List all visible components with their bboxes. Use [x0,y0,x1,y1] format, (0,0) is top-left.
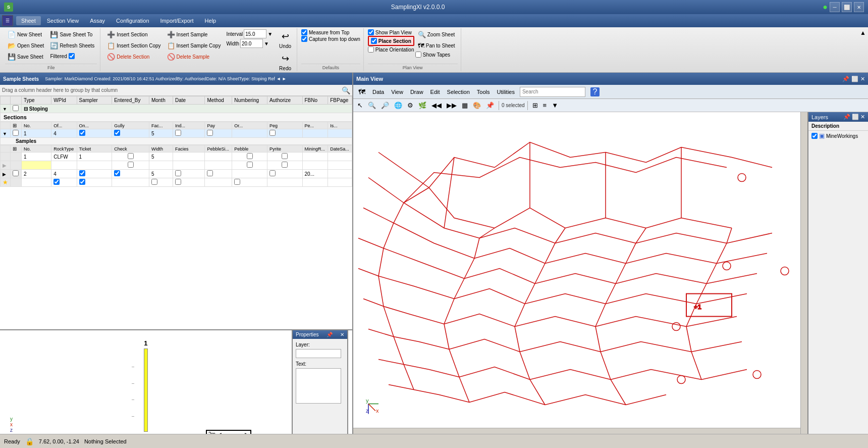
plan-help-icon[interactable]: ? [590,87,600,96]
layers-pin[interactable]: 📌 [843,114,850,120]
layers-close[interactable]: ✕ [860,114,865,120]
sample-row-new[interactable]: ▶ [1,161,352,170]
minimize-button[interactable]: ─ [830,2,840,12]
menu-view[interactable]: View [389,87,405,96]
col-date[interactable]: Date [173,96,205,105]
menu-item-section-view[interactable]: Section View [42,16,84,25]
menu-item-configuration[interactable]: Configuration [111,16,154,25]
col-entered-by[interactable]: Entered_By [112,96,149,105]
grid-container[interactable]: Type WPId Sampler Entered_By Month Date … [0,96,352,329]
menu-item-sheet[interactable]: Sheet [16,16,41,25]
refresh-sheets-button[interactable]: 🔄 Refresh Sheets [47,40,97,51]
restore-button[interactable]: ⬜ [842,2,852,12]
save-sheet-to-button[interactable]: 💾 Save Sheet To [47,29,97,40]
plan-search-input[interactable] [520,87,585,97]
col-sampler[interactable]: Sampler [77,96,112,105]
insert-sample-copy-button[interactable]: 📋 Insert Sample Copy [165,40,224,51]
layer-visible-checkbox[interactable] [811,133,818,139]
insert-sample-button[interactable]: ➕ Insert Sample [165,29,224,40]
col-fbpage[interactable]: FBPage [328,96,352,105]
insert-section-button[interactable]: ➕ Insert Section [104,29,163,40]
col-wpid[interactable]: WPId [51,96,77,105]
tool-select[interactable]: ↖ [355,100,365,111]
tool-prev[interactable]: ◀◀ [429,100,444,111]
title-bar-controls: ● ─ ⬜ ✕ [823,2,864,12]
col-method[interactable]: Method [205,96,232,105]
menu-edit[interactable]: Edit [428,87,442,96]
tool-pin[interactable]: 📌 [484,100,496,111]
filtered-toggle[interactable]: Filtered [47,52,97,61]
close-button[interactable]: ✕ [854,2,864,12]
col-type[interactable]: Type [21,96,51,105]
measure-from-top-checkbox[interactable] [301,29,307,35]
tool-list[interactable]: ≡ [541,100,549,111]
tool-table[interactable]: ⊞ [530,100,540,111]
section-row-2[interactable]: ▶ 2 4 5 20... [1,170,352,178]
right-panel: Main View 📌 ⬜ ✕ 🗺 Data View Draw Edit Se… [353,73,868,448]
delete-section-button[interactable]: 🚫 Delete Section [104,52,163,62]
layers-float[interactable]: ⬜ [852,114,859,120]
row-expand-btn[interactable]: ▼ [1,105,11,113]
grid-search-icon[interactable]: 🔍 [342,86,350,94]
pan-to-sheet-button[interactable]: 🗺 Pan to Sheet [415,40,458,51]
menu-tools[interactable]: Tools [475,87,492,96]
tool-next[interactable]: ▶▶ [445,100,459,111]
redo-button[interactable]: ↪ Redo [277,52,294,73]
filtered-checkbox[interactable] [69,53,75,59]
width-input[interactable] [240,39,263,48]
place-orientation-checkbox[interactable] [368,46,374,53]
props-close-icon[interactable]: ✕ [340,332,344,337]
layer-item-mine-workings[interactable]: ▣ MineWorkings [808,131,868,141]
ribbon-collapse[interactable]: ▲ [860,28,866,71]
props-pin-icon[interactable]: 📌 [327,332,333,337]
menu-item-assay[interactable]: Assay [85,16,110,25]
show-plan-view-checkbox[interactable] [368,29,374,35]
tool-globe[interactable]: 🌐 [392,100,404,111]
place-section-checkbox[interactable] [371,38,377,44]
menu-draw[interactable]: Draw [408,87,425,96]
interval-input[interactable] [244,29,266,38]
menu-data[interactable]: Data [370,87,386,96]
main-view-float[interactable]: ⬜ [851,76,858,82]
plan-toolbar-icon-1[interactable]: 🗺 [356,86,367,97]
tool-zoom-out[interactable]: 🔎 [379,100,391,111]
plan-view-toolbar: 🗺 Data View Draw Edit Selection Tools Ut… [353,85,868,99]
open-sheet-button[interactable]: 📂 Open Sheet [5,40,46,51]
tool-grid[interactable]: ▦ [460,100,470,111]
row-group-cb[interactable] [11,105,22,113]
show-tapes-checkbox[interactable] [415,52,421,58]
undo-button[interactable]: ↩ Undo [277,29,294,51]
col-month[interactable]: Month [149,96,173,105]
col-numbering[interactable]: Numbering [232,96,267,105]
main-view-close[interactable]: ✕ [860,76,865,82]
zoom-sheet-button[interactable]: 🔍 Zoom Sheet [415,29,458,40]
save-sheet-button[interactable]: 💾 Save Sheet [5,52,46,62]
col-fbno[interactable]: FBNo [302,96,328,105]
menu-selection[interactable]: Selection [445,87,472,96]
text-textarea[interactable] [296,368,341,404]
sample-row-1[interactable]: 1 CLFW 1 5 [1,153,352,161]
plan-map-area[interactable]: +1 y x z [353,112,807,435]
tool-zoom-in[interactable]: 🔍 [366,100,378,111]
section-row-1[interactable]: ▼ 1 4 5 [1,129,352,138]
delete-sample-button[interactable]: 🚫 Delete Sample [165,52,224,62]
main-view-pin[interactable]: 📌 [842,76,849,82]
capture-from-top-checkbox[interactable] [301,36,307,42]
tool-more[interactable]: ▼ [550,100,560,111]
map-vscrollbar[interactable] [800,112,807,435]
col-authorize[interactable]: Authorize [267,96,302,105]
tool-layers[interactable]: 🌿 [416,100,428,111]
insert-sample-copy-icon: 📋 [167,42,175,49]
insert-section-copy-button[interactable]: 📋 Insert Section Copy [104,40,163,51]
menu-item-import-export[interactable]: Import/Export [155,16,199,25]
menu-item-help[interactable]: Help [200,16,222,25]
tool-palette[interactable]: 🎨 [471,100,483,111]
tool-settings[interactable]: ⚙ [405,100,415,111]
menu-utilities[interactable]: Utilities [495,87,517,96]
new-sheet-button[interactable]: 📄 New Sheet [5,29,46,40]
layer-input[interactable] [296,349,341,358]
menu-logo[interactable]: ☰ [2,15,13,26]
toolbar-sep-2 [527,101,528,110]
collapse-icon[interactable]: ▲ [860,29,866,36]
samples-header-row: ⊞ No. RockType Ticket Check Width Facies… [1,145,352,153]
